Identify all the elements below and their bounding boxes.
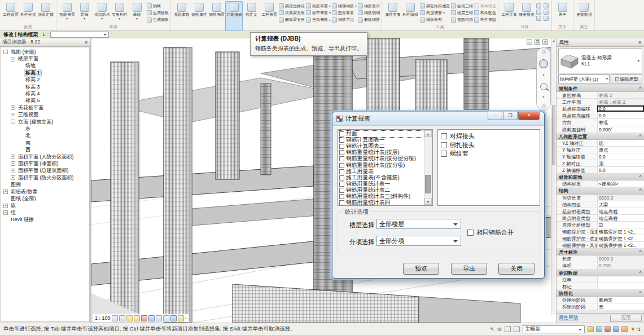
property-row[interactable]: 方向 标准 [557, 119, 644, 126]
instance-selector[interactable]: 结构框架 (大梁) (1) [558, 74, 610, 83]
property-value[interactable]: 端点高程 [597, 215, 644, 221]
checkbox-icon[interactable] [339, 169, 344, 174]
close-icon[interactable]: ✕ [638, 40, 642, 45]
edit-type-button[interactable]: 编辑类型 [611, 74, 642, 83]
ribbon-small-button[interactable]: 高度调整 [420, 10, 450, 16]
calc-chart-icon[interactable] [536, 16, 541, 21]
tree-item[interactable]: 南 [1, 139, 89, 146]
tree-item[interactable]: 北 [1, 133, 89, 139]
tree-item[interactable]: + 面积平面 (总建筑面积) [1, 168, 89, 174]
worksharing-display-icon[interactable] [588, 326, 594, 332]
temporary-hide-icon[interactable] [170, 315, 177, 321]
ribbon-small-button[interactable]: 设置梁支座 [279, 10, 305, 16]
merge-rebar-checkbox[interactable]: 相同钢筋合并 [467, 228, 514, 237]
tree-expander-icon[interactable]: + [11, 175, 15, 180]
tree-expander-icon[interactable]: + [3, 210, 8, 215]
ribbon-small-button[interactable]: 板带布置 [306, 10, 331, 16]
ribbon-small-button[interactable]: 板筋布置 [306, 3, 331, 9]
ribbon-button[interactable]: 更新数据 [575, 1, 593, 23]
selection-filter[interactable]: ▼ :1 [630, 326, 641, 332]
properties-help-link[interactable]: 属性帮助 [559, 315, 578, 321]
tree-expander-icon[interactable]: + [11, 169, 15, 173]
checkbox-icon[interactable] [339, 150, 344, 155]
ribbon-small-button[interactable]: 楼层三维 [451, 10, 473, 16]
calc-save-icon[interactable] [544, 16, 549, 21]
report-option[interactable]: 钢筋计算图表二 [339, 143, 423, 149]
checkbox-icon[interactable] [339, 200, 344, 205]
checkbox-icon[interactable] [441, 133, 447, 139]
report-option[interactable]: 钢筋重量统计表(按层) [339, 149, 423, 156]
zoom-dropdown-icon[interactable]: ▾ [542, 96, 544, 99]
property-value[interactable]: 0.0 [597, 153, 644, 160]
editing-requests-icon[interactable]: ✎ [490, 327, 494, 332]
property-row[interactable]: 材质和装饰 [557, 174, 644, 180]
steering-wheel-icon[interactable] [539, 59, 548, 68]
property-value[interactable]: 9000.0 [597, 255, 644, 262]
view-close-icon[interactable]: ✕ [542, 39, 548, 45]
ribbon-button[interactable]: 筋定义 [243, 1, 260, 23]
tree-item[interactable]: + 组 [1, 209, 89, 216]
tree-item[interactable]: + 面积平面 (净面积) [1, 160, 89, 167]
tree-item[interactable]: 标高 2 [1, 77, 89, 83]
detail-level-icon[interactable] [119, 315, 125, 321]
property-value[interactable]: 无 [597, 303, 644, 310]
property-value[interactable]: 大梁 [597, 201, 644, 208]
property-row[interactable]: YZ 轴对正 统一 [557, 140, 644, 147]
calc-check-icon[interactable] [536, 3, 541, 8]
calc-print-icon[interactable] [544, 10, 549, 15]
navbar-options-icon[interactable] [542, 50, 546, 54]
crop-size-icon[interactable] [112, 315, 118, 321]
tree-expander-icon[interactable]: + [11, 155, 15, 159]
property-row[interactable]: 终点附着类型 端点高程 [557, 215, 644, 222]
tree-item[interactable]: 西 [1, 146, 89, 153]
ribbon-small-button[interactable]: 梁原位标注 [279, 3, 305, 9]
property-value[interactable]: 0.000° [597, 126, 644, 133]
zoom-icon[interactable] [540, 83, 547, 90]
report-option[interactable]: 钢筋重量统计表(按分层分项) [339, 156, 423, 162]
property-row[interactable]: 钢筋保护层 - 其他面 钢筋保护层 1 <2... [557, 242, 644, 249]
tree-item[interactable]: + 面积平面 (人防分区面积) [1, 153, 89, 160]
ribbon-button[interactable]: 工程布置 [260, 1, 278, 23]
checkbox-icon[interactable] [441, 151, 447, 157]
property-row[interactable]: 钢筋保护层 - 顶面 钢筋保护层 1 <2... [557, 228, 644, 235]
maximize-icon[interactable]: ❐ [503, 112, 518, 120]
vertical-scrollbar[interactable]: ▲ [551, 38, 556, 315]
exclude-options-icon[interactable] [604, 326, 611, 332]
tree-item[interactable]: - 楼层平面 [1, 55, 89, 62]
ribbon-button[interactable]: 钢筋布置 [208, 1, 225, 23]
checkbox-icon[interactable] [339, 144, 344, 149]
close-button[interactable]: 关闭 [498, 263, 535, 275]
ribbon-small-button[interactable]: 钢筋明细 [358, 10, 380, 16]
minimize-icon[interactable]: — [488, 112, 502, 120]
property-value[interactable]: ☑ [597, 222, 644, 228]
report-option[interactable]: 钢筋计算图表一 [339, 137, 423, 143]
ribbon-small-button[interactable]: 图形算量 [332, 10, 357, 16]
item-select-combo[interactable]: 全部分项 [376, 236, 461, 246]
ribbon-button[interactable]: 关于 [554, 1, 571, 23]
property-value[interactable] [597, 283, 644, 289]
ribbon-button[interactable]: 工程设置 [2, 1, 19, 23]
property-value[interactable]: 统一 [597, 140, 644, 146]
ribbon-small-button[interactable]: 模板分割 [420, 17, 450, 23]
property-value[interactable]: 新构造 [597, 297, 644, 303]
close-icon[interactable]: ✕ [518, 112, 540, 120]
property-value[interactable]: 0.0 [597, 112, 644, 118]
ribbon-button[interactable]: 计算报表 [225, 1, 243, 31]
worksets-icon[interactable] [505, 326, 511, 332]
apply-button[interactable]: 应用 [610, 315, 642, 322]
crop-region-icon[interactable] [163, 315, 169, 321]
property-row[interactable]: 标记 [557, 283, 644, 290]
type-selector-combo[interactable] [50, 32, 109, 38]
crop-view-icon[interactable] [156, 315, 162, 321]
editable-only-icon[interactable] [596, 326, 602, 332]
view-minimize-icon[interactable]: — [527, 39, 532, 45]
property-value[interactable]: 钢筋保护层 1 <2... [597, 235, 644, 241]
ribbon-button[interactable]: 清单定额 [37, 1, 54, 23]
calc-export-icon[interactable] [544, 3, 549, 8]
checkbox-icon[interactable] [339, 138, 344, 143]
export-button[interactable]: 导出 [451, 263, 487, 275]
property-row[interactable]: 启用分析模型 ☑ [557, 222, 644, 228]
ribbon-small-button[interactable]: 钢筋节点 [332, 17, 357, 23]
tree-item[interactable]: - 立面 (建筑立面) [1, 118, 89, 125]
property-row[interactable]: 创建的阶段 新构造 [557, 297, 644, 303]
